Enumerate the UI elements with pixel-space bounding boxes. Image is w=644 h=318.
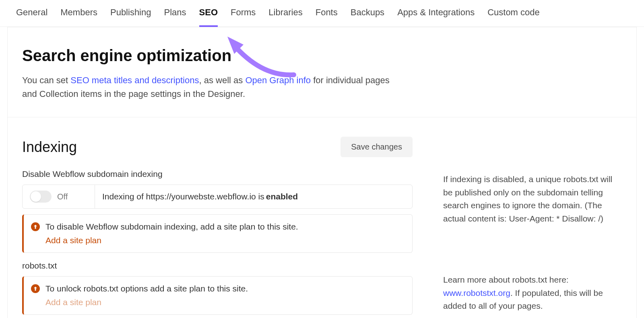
callout-text: To unlock robots.txt options add a site … bbox=[45, 284, 248, 293]
indexing-toggle-row: Off Indexing of https://yourwebste.webfl… bbox=[22, 185, 413, 209]
indexing-upgrade-callout: To disable Webflow subdomain indexing, a… bbox=[22, 214, 413, 253]
callout-row: To disable Webflow subdomain indexing, a… bbox=[31, 222, 404, 232]
status-strong: enabled bbox=[266, 192, 298, 201]
tab-forms[interactable]: Forms bbox=[231, 7, 256, 27]
page-title: Search engine optimization bbox=[22, 47, 622, 65]
robots-help-text: Learn more about robots.txt here: www.ro… bbox=[443, 273, 622, 313]
indexing-left-col: Indexing Save changes Disable Webflow su… bbox=[22, 137, 413, 315]
status-prefix: Indexing of https://yourwebste.webflow.i… bbox=[102, 192, 264, 201]
intro-text-before: You can set bbox=[22, 75, 70, 85]
indexing-right-col: If indexing is disabled, a unique robots… bbox=[443, 137, 622, 315]
tab-custom-code[interactable]: Custom code bbox=[487, 7, 540, 27]
save-changes-button[interactable]: Save changes bbox=[341, 137, 413, 157]
callout-row: To unlock robots.txt options add a site … bbox=[31, 284, 404, 293]
tab-members[interactable]: Members bbox=[60, 7, 97, 27]
toggle-thumb bbox=[31, 191, 41, 202]
indexing-title: Indexing bbox=[22, 139, 77, 156]
robots-txt-label: robots.txt bbox=[22, 261, 413, 271]
tab-plans[interactable]: Plans bbox=[164, 7, 186, 27]
tab-fonts[interactable]: Fonts bbox=[316, 7, 338, 27]
tab-general[interactable]: General bbox=[16, 7, 47, 27]
add-site-plan-link-robots[interactable]: Add a site plan bbox=[45, 297, 404, 307]
callout-text: To disable Webflow subdomain indexing, a… bbox=[45, 222, 298, 232]
settings-panel: Search engine optimization You can set S… bbox=[7, 27, 637, 318]
indexing-section: Indexing Save changes Disable Webflow su… bbox=[8, 117, 636, 318]
robots-upgrade-callout: To unlock robots.txt options add a site … bbox=[22, 276, 413, 315]
add-site-plan-link[interactable]: Add a site plan bbox=[45, 236, 404, 245]
help2-before: Learn more about robots.txt here: bbox=[443, 275, 569, 284]
indexing-help-text: If indexing is disabled, a unique robots… bbox=[443, 173, 622, 225]
tab-backups[interactable]: Backups bbox=[351, 7, 384, 27]
seo-meta-link[interactable]: SEO meta titles and descriptions bbox=[70, 75, 199, 85]
indexing-toggle-cell: Off bbox=[23, 185, 95, 208]
indexing-toggle[interactable] bbox=[30, 191, 52, 203]
toggle-state-label: Off bbox=[57, 192, 68, 201]
tab-libraries[interactable]: Libraries bbox=[268, 7, 302, 27]
intro-text-mid: , as well as bbox=[199, 75, 245, 85]
settings-tabs: General Members Publishing Plans SEO For… bbox=[0, 0, 644, 27]
open-graph-link[interactable]: Open Graph info bbox=[245, 75, 311, 85]
indexing-header: Indexing Save changes bbox=[22, 137, 413, 157]
seo-intro-text: You can set SEO meta titles and descript… bbox=[22, 74, 400, 101]
disable-subdomain-label: Disable Webflow subdomain indexing bbox=[22, 169, 413, 179]
upgrade-arrow-icon bbox=[31, 284, 40, 293]
tab-apps-integrations[interactable]: Apps & Integrations bbox=[397, 7, 475, 27]
indexing-status-text: Indexing of https://yourwebste.webflow.i… bbox=[95, 185, 412, 208]
seo-header-section: Search engine optimization You can set S… bbox=[8, 27, 636, 117]
robotstxt-org-link[interactable]: www.robotstxt.org bbox=[443, 288, 510, 297]
tab-publishing[interactable]: Publishing bbox=[110, 7, 151, 27]
tab-seo[interactable]: SEO bbox=[199, 7, 218, 27]
upgrade-arrow-icon bbox=[31, 222, 40, 231]
